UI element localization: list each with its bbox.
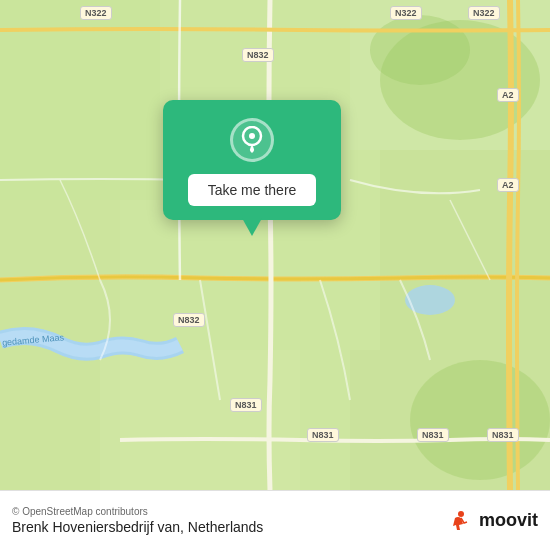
place-name: Brenk Hoveniersbedrijf van, Netherlands xyxy=(12,519,263,535)
road-label-n322-1: N322 xyxy=(80,6,112,20)
svg-rect-3 xyxy=(380,150,550,350)
map-container: N322 N322 N322 N832 A2 A2 N832 N831 N831… xyxy=(0,0,550,490)
svg-point-12 xyxy=(249,133,255,139)
road-label-n832-mid: N832 xyxy=(173,313,205,327)
moovit-text: moovit xyxy=(479,510,538,531)
road-label-n322-2: N322 xyxy=(390,6,422,20)
road-label-n322-3: N322 xyxy=(468,6,500,20)
road-label-n832-top: N832 xyxy=(242,48,274,62)
road-label-a2-1: A2 xyxy=(497,88,519,102)
bottom-info: © OpenStreetMap contributors Brenk Hoven… xyxy=(12,506,263,535)
popup-card: Take me there xyxy=(163,100,341,220)
svg-point-9 xyxy=(410,360,550,480)
osm-attribution: © OpenStreetMap contributors xyxy=(12,506,263,517)
road-label-n831-1: N831 xyxy=(230,398,262,412)
location-pin-icon xyxy=(240,126,264,154)
moovit-logo: moovit xyxy=(441,504,538,538)
location-icon-circle xyxy=(230,118,274,162)
svg-point-8 xyxy=(370,15,470,85)
moovit-icon xyxy=(441,504,475,538)
road-label-n831-4: N831 xyxy=(487,428,519,442)
bottom-bar: © OpenStreetMap contributors Brenk Hoven… xyxy=(0,490,550,550)
svg-point-14 xyxy=(458,511,464,517)
road-label-a2-2: A2 xyxy=(497,178,519,192)
take-me-there-button[interactable]: Take me there xyxy=(188,174,317,206)
road-label-n831-3: N831 xyxy=(417,428,449,442)
svg-point-10 xyxy=(405,285,455,315)
road-label-n831-2: N831 xyxy=(307,428,339,442)
